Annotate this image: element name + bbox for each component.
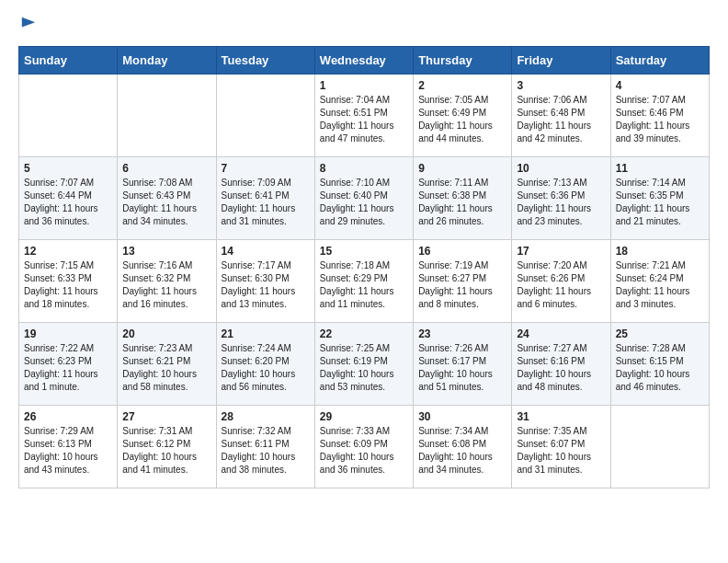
day-cell-14: 14Sunrise: 7:17 AM Sunset: 6:30 PM Dayli… (216, 239, 314, 322)
calendar-header: SundayMondayTuesdayWednesdayThursdayFrid… (19, 46, 710, 74)
day-info: Sunrise: 7:28 AM Sunset: 6:15 PM Dayligh… (616, 342, 704, 394)
day-number: 14 (222, 245, 310, 258)
day-info: Sunrise: 7:19 AM Sunset: 6:27 PM Dayligh… (418, 259, 506, 311)
week-row-4: 19Sunrise: 7:22 AM Sunset: 6:23 PM Dayli… (19, 322, 710, 405)
day-info: Sunrise: 7:06 AM Sunset: 6:48 PM Dayligh… (517, 94, 605, 145)
column-header-monday: Monday (118, 46, 216, 74)
column-header-sunday: Sunday (19, 46, 118, 74)
day-info: Sunrise: 7:32 AM Sunset: 6:11 PM Dayligh… (222, 425, 310, 477)
day-info: Sunrise: 7:11 AM Sunset: 6:38 PM Dayligh… (418, 177, 506, 228)
day-number: 21 (222, 327, 310, 340)
logo (18, 18, 37, 37)
day-info: Sunrise: 7:08 AM Sunset: 6:43 PM Dayligh… (122, 177, 210, 228)
day-cell-10: 10Sunrise: 7:13 AM Sunset: 6:36 PM Dayli… (512, 156, 610, 239)
column-header-friday: Friday (512, 46, 610, 74)
day-number: 20 (122, 327, 210, 340)
day-number: 3 (517, 79, 605, 92)
day-cell-19: 19Sunrise: 7:22 AM Sunset: 6:23 PM Dayli… (19, 322, 118, 405)
week-row-3: 12Sunrise: 7:15 AM Sunset: 6:33 PM Dayli… (19, 239, 710, 322)
empty-cell (118, 74, 216, 156)
day-info: Sunrise: 7:18 AM Sunset: 6:29 PM Dayligh… (320, 259, 408, 311)
day-info: Sunrise: 7:24 AM Sunset: 6:20 PM Dayligh… (222, 342, 310, 394)
day-cell-18: 18Sunrise: 7:21 AM Sunset: 6:24 PM Dayli… (610, 239, 709, 322)
day-number: 27 (122, 410, 210, 423)
day-info: Sunrise: 7:10 AM Sunset: 6:40 PM Dayligh… (320, 177, 408, 228)
day-cell-29: 29Sunrise: 7:33 AM Sunset: 6:09 PM Dayli… (314, 405, 413, 488)
day-info: Sunrise: 7:34 AM Sunset: 6:08 PM Dayligh… (418, 425, 506, 477)
day-number: 2 (418, 79, 506, 92)
calendar-table: SundayMondayTuesdayWednesdayThursdayFrid… (18, 46, 710, 488)
day-info: Sunrise: 7:16 AM Sunset: 6:32 PM Dayligh… (122, 259, 210, 311)
day-number: 30 (418, 410, 506, 423)
week-row-5: 26Sunrise: 7:29 AM Sunset: 6:13 PM Dayli… (19, 405, 710, 488)
day-cell-20: 20Sunrise: 7:23 AM Sunset: 6:21 PM Dayli… (118, 322, 216, 405)
day-number: 19 (24, 327, 112, 340)
day-info: Sunrise: 7:22 AM Sunset: 6:23 PM Dayligh… (24, 342, 112, 394)
day-info: Sunrise: 7:29 AM Sunset: 6:13 PM Dayligh… (24, 425, 112, 477)
day-cell-17: 17Sunrise: 7:20 AM Sunset: 6:26 PM Dayli… (512, 239, 610, 322)
day-info: Sunrise: 7:17 AM Sunset: 6:30 PM Dayligh… (222, 259, 310, 311)
day-cell-31: 31Sunrise: 7:35 AM Sunset: 6:07 PM Dayli… (512, 405, 610, 488)
day-cell-23: 23Sunrise: 7:26 AM Sunset: 6:17 PM Dayli… (414, 322, 512, 405)
day-cell-26: 26Sunrise: 7:29 AM Sunset: 6:13 PM Dayli… (19, 405, 118, 488)
day-number: 12 (24, 245, 112, 258)
day-number: 13 (122, 245, 210, 258)
column-header-thursday: Thursday (414, 46, 512, 74)
day-info: Sunrise: 7:25 AM Sunset: 6:19 PM Dayligh… (320, 342, 408, 394)
day-info: Sunrise: 7:33 AM Sunset: 6:09 PM Dayligh… (320, 425, 408, 477)
day-cell-24: 24Sunrise: 7:27 AM Sunset: 6:16 PM Dayli… (512, 322, 610, 405)
day-number: 10 (517, 162, 605, 175)
day-number: 7 (222, 162, 310, 175)
day-number: 26 (24, 410, 112, 423)
day-number: 25 (616, 327, 704, 340)
day-cell-21: 21Sunrise: 7:24 AM Sunset: 6:20 PM Dayli… (216, 322, 314, 405)
header-row: SundayMondayTuesdayWednesdayThursdayFrid… (19, 46, 710, 74)
day-number: 28 (222, 410, 310, 423)
column-header-tuesday: Tuesday (216, 46, 314, 74)
day-info: Sunrise: 7:07 AM Sunset: 6:44 PM Dayligh… (24, 177, 112, 228)
day-info: Sunrise: 7:04 AM Sunset: 6:51 PM Dayligh… (320, 94, 408, 145)
day-info: Sunrise: 7:21 AM Sunset: 6:24 PM Dayligh… (616, 259, 704, 311)
empty-cell (610, 405, 709, 488)
day-info: Sunrise: 7:35 AM Sunset: 6:07 PM Dayligh… (517, 425, 605, 477)
day-cell-1: 1Sunrise: 7:04 AM Sunset: 6:51 PM Daylig… (314, 74, 413, 156)
day-info: Sunrise: 7:14 AM Sunset: 6:35 PM Dayligh… (616, 177, 704, 228)
day-cell-9: 9Sunrise: 7:11 AM Sunset: 6:38 PM Daylig… (414, 156, 512, 239)
column-header-saturday: Saturday (610, 46, 709, 74)
day-info: Sunrise: 7:26 AM Sunset: 6:17 PM Dayligh… (418, 342, 506, 394)
day-number: 23 (418, 327, 506, 340)
day-info: Sunrise: 7:20 AM Sunset: 6:26 PM Dayligh… (517, 259, 605, 311)
day-number: 4 (616, 79, 704, 92)
day-number: 24 (517, 327, 605, 340)
column-header-wednesday: Wednesday (314, 46, 413, 74)
empty-cell (216, 74, 314, 156)
day-number: 6 (122, 162, 210, 175)
day-number: 31 (517, 410, 605, 423)
empty-cell (19, 74, 118, 156)
day-number: 8 (320, 162, 408, 175)
day-cell-15: 15Sunrise: 7:18 AM Sunset: 6:29 PM Dayli… (314, 239, 413, 322)
page-header (18, 18, 710, 37)
day-number: 16 (418, 245, 506, 258)
day-info: Sunrise: 7:13 AM Sunset: 6:36 PM Dayligh… (517, 177, 605, 228)
day-cell-30: 30Sunrise: 7:34 AM Sunset: 6:08 PM Dayli… (414, 405, 512, 488)
day-cell-13: 13Sunrise: 7:16 AM Sunset: 6:32 PM Dayli… (118, 239, 216, 322)
day-cell-28: 28Sunrise: 7:32 AM Sunset: 6:11 PM Dayli… (216, 405, 314, 488)
day-cell-7: 7Sunrise: 7:09 AM Sunset: 6:41 PM Daylig… (216, 156, 314, 239)
day-info: Sunrise: 7:23 AM Sunset: 6:21 PM Dayligh… (122, 342, 210, 394)
week-row-2: 5Sunrise: 7:07 AM Sunset: 6:44 PM Daylig… (19, 156, 710, 239)
day-info: Sunrise: 7:15 AM Sunset: 6:33 PM Dayligh… (24, 259, 112, 311)
day-info: Sunrise: 7:09 AM Sunset: 6:41 PM Dayligh… (222, 177, 310, 228)
day-cell-2: 2Sunrise: 7:05 AM Sunset: 6:49 PM Daylig… (414, 74, 512, 156)
day-cell-22: 22Sunrise: 7:25 AM Sunset: 6:19 PM Dayli… (314, 322, 413, 405)
day-cell-16: 16Sunrise: 7:19 AM Sunset: 6:27 PM Dayli… (414, 239, 512, 322)
day-cell-27: 27Sunrise: 7:31 AM Sunset: 6:12 PM Dayli… (118, 405, 216, 488)
day-cell-4: 4Sunrise: 7:07 AM Sunset: 6:46 PM Daylig… (610, 74, 709, 156)
day-cell-11: 11Sunrise: 7:14 AM Sunset: 6:35 PM Dayli… (610, 156, 709, 239)
calendar-body: 1Sunrise: 7:04 AM Sunset: 6:51 PM Daylig… (19, 74, 710, 488)
logo-flag-icon (20, 16, 37, 32)
day-number: 5 (24, 162, 112, 175)
day-cell-5: 5Sunrise: 7:07 AM Sunset: 6:44 PM Daylig… (19, 156, 118, 239)
day-info: Sunrise: 7:31 AM Sunset: 6:12 PM Dayligh… (122, 425, 210, 477)
day-number: 9 (418, 162, 506, 175)
